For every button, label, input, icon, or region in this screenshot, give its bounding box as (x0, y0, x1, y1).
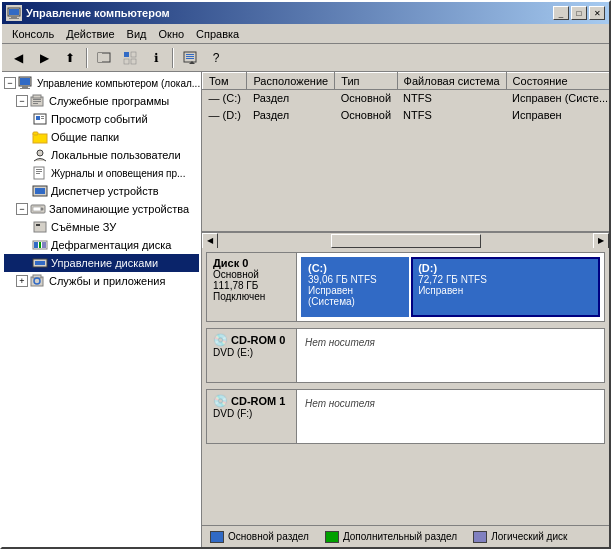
svg-rect-35 (36, 173, 40, 174)
toolbar-help[interactable]: ? (204, 47, 228, 69)
cdrom0-no-media: Нет носителя (301, 333, 379, 378)
partition-c[interactable]: (C:) 39,06 ГБ NTFS Исправен (Система) (301, 257, 409, 317)
col-tip[interactable]: Тип (335, 73, 397, 90)
disk0-info: Диск 0 Основной 111,78 ГБ Подключен (207, 253, 297, 321)
col-rasp[interactable]: Расположение (247, 73, 335, 90)
sidebar-item-dispatcher[interactable]: Диспетчер устройств (4, 182, 199, 200)
toolbar-show-hide[interactable] (92, 47, 116, 69)
legend-primary-label: Основной раздел (228, 531, 309, 542)
cdrom0-name-label: CD-ROM 0 (231, 334, 285, 346)
devices-icon (32, 183, 48, 199)
menu-konsol[interactable]: Консоль (6, 26, 60, 42)
svg-rect-34 (36, 171, 42, 172)
sidebar-item-lokalnye[interactable]: Локальные пользователи (4, 146, 199, 164)
scrollbar-track[interactable] (218, 233, 593, 249)
sidebar-label-zapominayuschie: Запоминающие устройства (49, 203, 189, 215)
toolbar-forward[interactable]: ▶ (32, 47, 56, 69)
svg-rect-6 (124, 52, 129, 57)
maximize-button[interactable]: □ (571, 6, 587, 20)
disk0-size: 111,78 ГБ (213, 280, 290, 291)
sidebar-item-jurnaly[interactable]: Журналы и оповещения пр... (4, 164, 199, 182)
toolbar-up[interactable]: ⬆ (58, 47, 82, 69)
toolbar: ◀ ▶ ⬆ ℹ ? (2, 44, 609, 72)
sidebar-item-obshie[interactable]: Общие папки (4, 128, 199, 146)
col-tom[interactable]: Том (203, 73, 247, 90)
svg-rect-46 (42, 242, 46, 248)
sidebar-item-upravlenie-diskami[interactable]: Управление дисками (4, 254, 199, 272)
toolbar-info[interactable]: ℹ (144, 47, 168, 69)
scroll-right-btn[interactable]: ▶ (593, 233, 609, 249)
close-button[interactable]: ✕ (589, 6, 605, 20)
toolbar-sep1 (86, 48, 88, 68)
svg-rect-2 (11, 16, 17, 18)
h-scrollbar[interactable]: ◀ ▶ (202, 232, 609, 248)
cell-status: Исправен (506, 107, 609, 124)
menu-okno[interactable]: Окно (153, 26, 191, 42)
table-row[interactable]: — (D:) Раздел Основной NTFS Исправен (203, 107, 610, 124)
partition-c-size: 39,06 ГБ NTFS (308, 274, 402, 285)
menu-bar: Консоль Действие Вид Окно Справка (2, 24, 609, 44)
svg-rect-7 (131, 52, 136, 57)
sidebar-label-jurnaly: Журналы и оповещения пр... (51, 168, 185, 179)
sidebar-item-zapominayuschie[interactable]: − Запоминающие устройства (4, 200, 199, 218)
sidebar-label-root: Управление компьютером (локал... (37, 78, 200, 89)
menu-deistvie[interactable]: Действие (60, 26, 120, 42)
svg-rect-23 (33, 103, 38, 104)
scroll-left-btn[interactable]: ◀ (202, 233, 218, 249)
legend-additional-label: Дополнительный раздел (343, 531, 457, 542)
svg-rect-20 (33, 95, 41, 98)
svg-point-31 (37, 150, 43, 156)
legend: Основной раздел Дополнительный раздел Ло… (202, 525, 609, 547)
legend-logical-box (473, 531, 487, 543)
col-status[interactable]: Состояние (506, 73, 609, 90)
svg-rect-45 (39, 242, 41, 248)
removable-icon (32, 219, 48, 235)
legend-additional-box (325, 531, 339, 543)
sidebar-item-prosmotr[interactable]: Просмотр событий (4, 110, 199, 128)
cell-fs: NTFS (397, 90, 506, 107)
right-panel: Том Расположение Тип Файловая система Со… (202, 72, 609, 547)
cdrom0-name: 💿 CD-ROM 0 (213, 333, 290, 347)
sidebar-item-root[interactable]: − Управление компьютером (локал... (4, 74, 199, 92)
svg-rect-30 (33, 132, 38, 135)
partition-d-size: 72,72 ГБ NTFS (418, 274, 593, 285)
sidebar-label-upravlenie-diskami: Управление дисками (51, 257, 158, 269)
table-row[interactable]: — (C:) Раздел Основной NTFS Исправен (Си… (203, 90, 610, 107)
sidebar-item-semnye[interactable]: Съёмные ЗУ (4, 218, 199, 236)
col-fs[interactable]: Файловая система (397, 73, 506, 90)
scrollbar-thumb[interactable] (331, 234, 481, 248)
sidebar-label-prosmotr: Просмотр событий (51, 113, 148, 125)
window-icon (6, 5, 22, 21)
cell-status: Исправен (Систе... (506, 90, 609, 107)
cell-tip: Основной (335, 107, 397, 124)
minimize-button[interactable]: _ (553, 6, 569, 20)
cell-tip: Основной (335, 90, 397, 107)
toolbar-export[interactable] (178, 47, 202, 69)
disk0-partitions: (C:) 39,06 ГБ NTFS Исправен (Система) (D… (297, 253, 604, 321)
menu-spravka[interactable]: Справка (190, 26, 245, 42)
toolbar-list[interactable] (118, 47, 142, 69)
sidebar-label-defrag: Дефрагментация диска (51, 239, 171, 251)
cdrom1-partitions: Нет носителя (297, 390, 604, 443)
sidebar[interactable]: − Управление компьютером (локал... − Слу… (2, 72, 202, 547)
storage-icon (30, 201, 46, 217)
expand-root[interactable]: − (4, 77, 16, 89)
sidebar-label-obshie: Общие папки (51, 131, 119, 143)
expand-zapominayuschie[interactable]: − (16, 203, 28, 215)
partition-d[interactable]: (D:) 72,72 ГБ NTFS Исправен (411, 257, 600, 317)
sidebar-item-sluzhby[interactable]: + Службы и приложения (4, 272, 199, 290)
svg-rect-42 (36, 224, 40, 226)
svg-rect-13 (186, 58, 194, 59)
menu-vid[interactable]: Вид (121, 26, 153, 42)
main-window: Управление компьютером _ □ ✕ Консоль Дей… (0, 0, 611, 549)
svg-rect-9 (131, 59, 136, 64)
sidebar-item-defrag[interactable]: Дефрагментация диска (4, 236, 199, 254)
expand-sluzhby[interactable]: + (16, 275, 28, 287)
title-bar: Управление компьютером _ □ ✕ (2, 2, 609, 24)
apps-icon (30, 273, 46, 289)
expand-slujebnye[interactable]: − (16, 95, 28, 107)
sidebar-item-slujebnye[interactable]: − Служебные программы (4, 92, 199, 110)
window-title: Управление компьютером (26, 7, 170, 19)
toolbar-back[interactable]: ◀ (6, 47, 30, 69)
legend-primary: Основной раздел (210, 531, 309, 543)
